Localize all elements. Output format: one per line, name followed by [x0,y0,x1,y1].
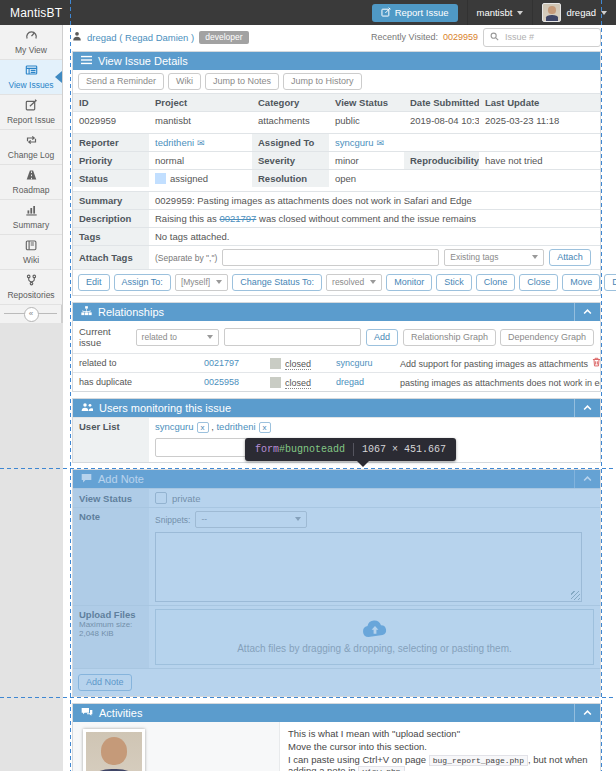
inspector-dimensions: 1067 × 451.667 [362,444,446,455]
view-status-label: View Status [73,489,149,508]
relationship-type-select[interactable]: related to [136,329,219,346]
attach-tags-label: Attach Tags [73,246,149,270]
file-dropzone[interactable]: Attach files by dragging & dropping, sel… [155,609,594,665]
relationship-row: has duplicate 0025958 closed dregad past… [73,373,600,392]
clone-button[interactable]: Clone [476,274,516,291]
relationship-add-button[interactable]: Add [366,329,398,346]
status-label: Status [73,170,149,188]
collapse-button[interactable] [574,704,592,722]
issue-date-submitted: 2019-08-04 10:37 [404,112,479,130]
view-issue-details-section: View Issue Details Send a Reminder Wiki … [72,51,601,296]
related-issue-link[interactable]: 0021797 [219,213,256,224]
current-issue-label: Current issue [79,326,131,348]
sitemap-icon [81,306,92,318]
move-button[interactable]: Move [562,274,600,291]
collapse-button[interactable] [574,303,592,321]
report-issue-button[interactable]: Report Issue [372,4,458,22]
sidebar-item-repositories[interactable]: Repositories [0,270,62,305]
retweet-icon [1,134,61,148]
close-button[interactable]: Close [519,274,558,291]
assigned-label: Assigned To [252,134,329,152]
wiki-button[interactable]: Wiki [168,73,201,90]
relationship-row: related to 0021797 closed syncguru Add s… [73,354,600,373]
relation-type: related to [73,354,198,373]
sidebar-item-roadmap[interactable]: Roadmap [0,165,62,200]
user-dropdown[interactable]: dregad [532,0,616,25]
collapse-left-icon[interactable]: « [24,307,39,322]
assign-to-button[interactable]: Assign To: [114,274,171,291]
section-title: Relationships [98,306,164,318]
assigned-link[interactable]: syncguru [335,137,374,148]
sidebar-item-view-issues[interactable]: View Issues [0,60,62,95]
related-issue-link[interactable]: 0025958 [204,377,239,387]
relationship-graph-button[interactable]: Relationship Graph [403,329,496,346]
existing-tags-select[interactable]: Existing tags [444,249,544,266]
section-title: Add Note [98,473,144,485]
issue-last-update: 2025-03-23 11:18 [479,112,600,130]
jump-to-history-button[interactable]: Jump to History [283,73,362,90]
sidebar-item-change-log[interactable]: Change Log [0,130,62,165]
relation-user-link[interactable]: dregad [336,377,364,387]
col-header: Project [149,94,252,112]
remove-user-button[interactable]: x [259,422,271,433]
snippets-select[interactable]: -- [195,511,307,528]
project-dropdown[interactable]: mantisbt [467,0,533,25]
inspector-id: #bugnoteadd [279,444,345,455]
priority-label: Priority [73,152,149,170]
jump-to-notes-button[interactable]: Jump to Notes [205,73,279,90]
inspector-tooltip: form#bugnoteadd 1067 × 451.667 [245,438,456,461]
monitor-user-link[interactable]: tedritheni [216,421,255,432]
issue-project: mantisbt [149,112,252,130]
relation-user-link[interactable]: syncguru [336,358,373,368]
collapse-button[interactable] [574,470,592,488]
issue-actions: Edit Assign To: [Myself] Change Status T… [73,269,600,295]
issue-search-input[interactable] [503,31,587,43]
add-note-submit-button[interactable]: Add Note [78,674,132,691]
inspector-tag: form [255,444,279,455]
monitor-user-link[interactable]: syncguru [155,421,194,432]
chevron-down-icon [517,11,523,15]
remove-user-button[interactable]: x [197,422,209,433]
code-snippet: bug_report_page.php [429,755,528,766]
note-text: This is what I mean with "upload section… [288,728,592,739]
sidebar-item-report-issue[interactable]: Report Issue [0,95,62,130]
code-fork-icon [1,274,61,288]
envelope-icon[interactable]: ✉ [377,138,385,148]
dashboard-icon [1,29,61,43]
monitor-button[interactable]: Monitor [386,274,432,291]
edit-button[interactable]: Edit [78,274,110,291]
relationship-issue-input[interactable] [224,328,361,346]
attach-tags-input[interactable] [222,249,439,266]
stick-button[interactable]: Stick [436,274,472,291]
col-header: ID [73,94,149,112]
description-value: Raising this as 0021797 was closed witho… [149,210,600,228]
section-header: View Issue Details [73,52,600,70]
delete-button[interactable]: Delete [604,274,616,291]
attach-button[interactable]: Attach [549,249,591,266]
sidebar-item-wiki[interactable]: Wiki [0,235,62,270]
activities-section: Activities atrol [72,703,601,771]
change-status-button[interactable]: Change Status To: [232,274,322,291]
chevron-down-icon [370,280,376,284]
col-header: Date Submitted [404,94,479,112]
assign-to-select[interactable]: [Myself] [175,274,228,291]
app-brand[interactable]: MantisBT [0,6,72,20]
delete-relationship-icon[interactable] [592,359,600,369]
dependency-graph-button[interactable]: Dependency Graph [500,329,594,346]
sidebar-item-my-view[interactable]: My View [0,25,62,60]
sidebar-item-summary[interactable]: Summary [0,200,62,235]
related-issue-link[interactable]: 0021797 [204,358,239,368]
private-checkbox[interactable] [155,492,167,504]
collapse-button[interactable] [574,399,592,417]
relationships-table: related to 0021797 closed syncguru Add s… [73,353,600,391]
send-reminder-button[interactable]: Send a Reminder [78,73,164,90]
reproducibility-value: have not tried [479,152,600,170]
envelope-icon[interactable]: ✉ [197,138,205,148]
section-header: Users monitoring this issue [73,399,600,417]
recently-visited-link[interactable]: 0029959 [443,32,478,42]
breadcrumb-user-link[interactable]: dregad ( Regad Damien ) [87,32,194,43]
reporter-link[interactable]: tedritheni [155,137,194,148]
note-textarea[interactable] [155,532,582,602]
comment-icon [81,473,92,485]
change-status-select[interactable]: resolved [326,274,382,291]
